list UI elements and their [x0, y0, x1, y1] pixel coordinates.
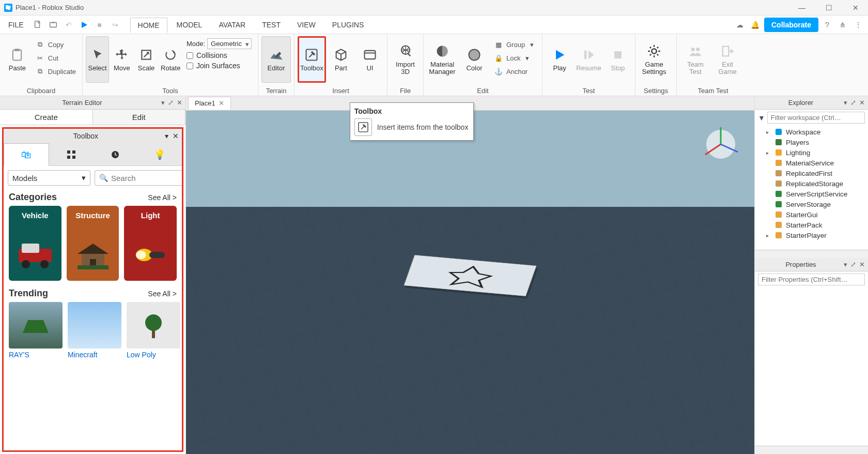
- rotate-tool-button[interactable]: Rotate: [159, 36, 182, 83]
- paste-button[interactable]: Paste: [3, 36, 32, 83]
- duplicate-button[interactable]: ⧉Duplicate: [33, 65, 79, 78]
- categories-seeall-link[interactable]: See All >: [148, 193, 177, 202]
- view-gizmo[interactable]: [698, 121, 744, 168]
- tree-item-replicatedstorage[interactable]: ReplicatedStorage: [757, 178, 866, 189]
- explorer-tree[interactable]: ▸WorkspacePlayers▸LightingMaterialServic…: [755, 126, 868, 250]
- expand-icon[interactable]: ▸: [766, 129, 771, 135]
- trending-item-0[interactable]: RAY'S: [9, 302, 63, 359]
- stop-button[interactable]: Stop: [604, 36, 632, 83]
- close-icon[interactable]: ✕: [173, 132, 179, 140]
- move-tool-button[interactable]: Move: [110, 36, 133, 83]
- play-quick-icon[interactable]: [78, 18, 91, 32]
- resume-button[interactable]: Resume: [575, 36, 602, 83]
- explorer-hscroll[interactable]: [755, 250, 868, 258]
- explorer-filter-input[interactable]: [767, 112, 865, 124]
- terrain-editor-button[interactable]: Editor: [261, 36, 291, 83]
- collisions-checkbox[interactable]: Collisions: [187, 51, 252, 59]
- window-minimize-button[interactable]: —: [794, 2, 810, 14]
- filter-icon[interactable]: ▼: [758, 114, 765, 122]
- tree-item-materialservice[interactable]: MaterialService: [757, 158, 866, 168]
- 3d-viewport[interactable]: [186, 111, 754, 454]
- menu-file[interactable]: FILE: [3, 19, 29, 31]
- tree-item-workspace[interactable]: ▸Workspace: [757, 127, 866, 137]
- select-tool-button[interactable]: Select: [86, 36, 109, 83]
- lock-button[interactable]: 🔒Lock▾: [491, 52, 537, 64]
- close-icon[interactable]: ✕: [177, 99, 182, 107]
- collaborate-button[interactable]: Collaborate: [764, 18, 818, 32]
- toolbox-tab-creations[interactable]: 💡: [137, 143, 182, 166]
- tree-item-startergui[interactable]: StarterGui: [757, 209, 866, 220]
- mode-dropdown[interactable]: Geometric▾: [207, 38, 252, 49]
- window-close-button[interactable]: ✕: [847, 2, 864, 14]
- popout-icon[interactable]: ⤢: [850, 261, 856, 268]
- tab-home[interactable]: HOME: [130, 18, 167, 33]
- tree-item-serverstorage[interactable]: ServerStorage: [757, 199, 866, 209]
- tree-item-starterplayer[interactable]: ▸StarterPlayer: [757, 230, 866, 240]
- category-card-vehicle[interactable]: Vehicle: [9, 206, 61, 281]
- new-file-icon[interactable]: [31, 18, 44, 32]
- tab-model[interactable]: MODEL: [169, 18, 210, 32]
- popout-icon[interactable]: ⤢: [168, 99, 174, 107]
- category-card-light[interactable]: Light: [124, 206, 177, 281]
- import-3d-button[interactable]: Import 3D: [391, 36, 420, 83]
- expand-icon[interactable]: ▸: [766, 233, 771, 238]
- chevron-down-icon[interactable]: ▾: [844, 261, 847, 268]
- toolbox-button[interactable]: Toolbox: [298, 36, 326, 83]
- category-card-structure[interactable]: Structure: [67, 206, 119, 281]
- game-settings-button[interactable]: Game Settings: [639, 36, 670, 83]
- copy-button[interactable]: ⧉Copy: [33, 38, 79, 51]
- toolbox-search-input[interactable]: 🔍 ▼: [95, 170, 183, 186]
- tab-view[interactable]: VIEW: [290, 18, 323, 32]
- open-file-icon[interactable]: [47, 18, 60, 32]
- trending-item-2[interactable]: Low Poly: [127, 302, 180, 359]
- chevron-down-icon[interactable]: ▾: [165, 132, 168, 140]
- close-icon[interactable]: ✕: [859, 99, 865, 107]
- cut-button[interactable]: ✂Cut: [33, 52, 79, 64]
- trending-item-1[interactable]: Minecraft: [68, 302, 121, 359]
- tab-plugins[interactable]: PLUGINS: [325, 18, 371, 32]
- toolbox-tab-marketplace[interactable]: 🛍: [4, 143, 49, 166]
- terrain-edit-tab[interactable]: Edit: [93, 110, 186, 125]
- join-surfaces-checkbox[interactable]: Join Surfaces: [187, 62, 252, 70]
- popout-icon[interactable]: ⤢: [850, 99, 856, 107]
- anchor-button[interactable]: ⚓Anchor: [491, 65, 537, 78]
- tree-item-starterpack[interactable]: StarterPack: [757, 220, 866, 230]
- properties-filter-input[interactable]: [758, 274, 865, 285]
- toolbox-tab-recent[interactable]: [94, 143, 138, 166]
- ui-button[interactable]: UI: [356, 36, 384, 83]
- window-maximize-button[interactable]: ☐: [820, 2, 837, 14]
- expand-icon[interactable]: ▸: [766, 150, 771, 156]
- tab-avatar[interactable]: AVATAR: [211, 18, 253, 32]
- chevron-down-icon[interactable]: ▾: [161, 99, 165, 107]
- document-tab-place1[interactable]: Place1 ✕: [188, 97, 231, 110]
- part-button[interactable]: Part: [327, 36, 355, 83]
- material-manager-button[interactable]: Material Manager: [427, 36, 458, 83]
- close-icon[interactable]: ✕: [219, 99, 224, 107]
- close-icon[interactable]: ✕: [859, 261, 865, 268]
- group-button[interactable]: ▦Group▾: [491, 38, 537, 51]
- chevron-down-icon[interactable]: ▾: [844, 99, 847, 107]
- terrain-create-tab[interactable]: Create: [0, 110, 93, 125]
- trending-seeall-link[interactable]: See All >: [148, 290, 177, 298]
- properties-hscroll[interactable]: [755, 446, 868, 454]
- tree-item-serverscriptservice[interactable]: ServerScriptService: [757, 189, 866, 199]
- notification-bell-icon[interactable]: 🔔: [749, 18, 762, 32]
- play-button[interactable]: Play: [546, 36, 574, 83]
- redo-icon[interactable]: ↪: [109, 18, 122, 32]
- exit-game-button[interactable]: Exit Game: [712, 36, 743, 83]
- tree-item-players[interactable]: Players: [757, 137, 866, 147]
- undo-icon[interactable]: ↶: [62, 18, 75, 32]
- cloud-icon[interactable]: ☁: [733, 18, 747, 32]
- toolbox-tab-inventory[interactable]: [49, 143, 94, 166]
- share-icon[interactable]: ⋔: [836, 18, 849, 32]
- tree-item-lighting[interactable]: ▸Lighting: [757, 147, 866, 158]
- team-test-button[interactable]: Team Test: [680, 36, 711, 83]
- color-button[interactable]: Color: [459, 36, 490, 83]
- stop-quick-icon[interactable]: ■: [93, 18, 106, 32]
- help-icon[interactable]: ?: [820, 18, 834, 32]
- tab-test[interactable]: TEST: [255, 18, 288, 32]
- more-icon[interactable]: ⋮: [851, 18, 865, 32]
- tree-item-replicatedfirst[interactable]: ReplicatedFirst: [757, 168, 866, 178]
- toolbox-category-dropdown[interactable]: Models ▾: [8, 170, 90, 186]
- scale-tool-button[interactable]: Scale: [134, 36, 158, 83]
